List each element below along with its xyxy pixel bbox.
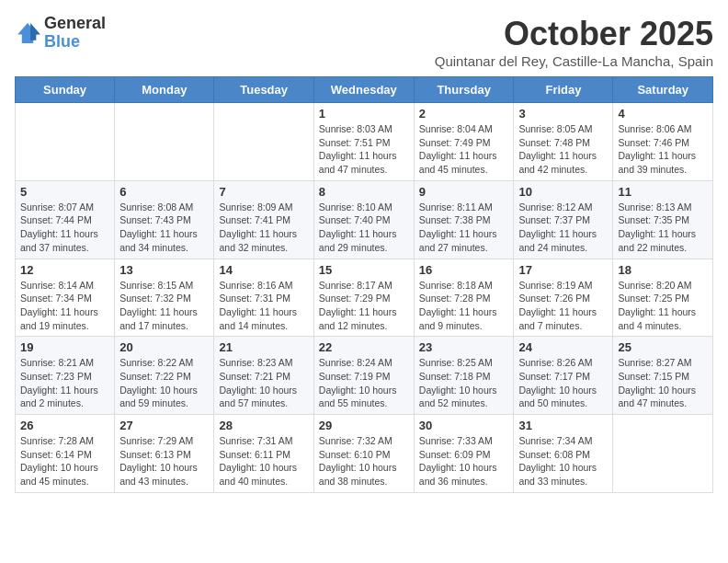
calendar-cell: 29Sunrise: 7:32 AMSunset: 6:10 PMDayligh… — [313, 415, 414, 493]
calendar-cell: 17Sunrise: 8:19 AMSunset: 7:26 PMDayligh… — [514, 259, 613, 337]
calendar-cell: 3Sunrise: 8:05 AMSunset: 7:48 PMDaylight… — [514, 103, 613, 181]
day-number: 5 — [20, 185, 109, 199]
calendar-week-row: 26Sunrise: 7:28 AMSunset: 6:14 PMDayligh… — [16, 415, 713, 493]
day-number: 7 — [219, 185, 308, 199]
weekday-header-saturday: Saturday — [613, 77, 713, 103]
calendar-cell — [613, 415, 713, 493]
calendar-cell: 18Sunrise: 8:20 AMSunset: 7:25 PMDayligh… — [613, 259, 713, 337]
calendar-cell: 23Sunrise: 8:25 AMSunset: 7:18 PMDayligh… — [414, 337, 514, 415]
day-info: Sunrise: 8:07 AMSunset: 7:44 PMDaylight:… — [20, 201, 109, 255]
calendar-cell: 5Sunrise: 8:07 AMSunset: 7:44 PMDaylight… — [16, 180, 115, 259]
day-info: Sunrise: 8:27 AMSunset: 7:15 PMDaylight:… — [618, 356, 708, 410]
day-info: Sunrise: 7:29 AMSunset: 6:13 PMDaylight:… — [119, 434, 209, 488]
day-info: Sunrise: 8:22 AMSunset: 7:22 PMDaylight:… — [119, 356, 209, 410]
day-number: 1 — [319, 107, 409, 121]
weekday-header-tuesday: Tuesday — [214, 77, 313, 103]
calendar-cell: 24Sunrise: 8:26 AMSunset: 7:17 PMDayligh… — [514, 337, 613, 415]
day-info: Sunrise: 8:03 AMSunset: 7:51 PMDaylight:… — [319, 122, 409, 177]
day-number: 27 — [119, 419, 209, 432]
day-number: 20 — [119, 340, 209, 354]
day-info: Sunrise: 8:25 AMSunset: 7:18 PMDaylight:… — [419, 356, 509, 410]
weekday-header-sunday: Sunday — [16, 77, 115, 103]
calendar-cell: 10Sunrise: 8:12 AMSunset: 7:37 PMDayligh… — [514, 180, 613, 259]
day-info: Sunrise: 8:21 AMSunset: 7:23 PMDaylight:… — [20, 356, 109, 410]
calendar-cell: 22Sunrise: 8:24 AMSunset: 7:19 PMDayligh… — [313, 337, 414, 415]
calendar-cell: 7Sunrise: 8:09 AMSunset: 7:41 PMDaylight… — [214, 180, 313, 259]
calendar-cell: 15Sunrise: 8:17 AMSunset: 7:29 PMDayligh… — [313, 259, 414, 337]
day-number: 22 — [319, 340, 409, 354]
calendar-cell: 13Sunrise: 8:15 AMSunset: 7:32 PMDayligh… — [115, 259, 214, 337]
day-number: 21 — [219, 340, 308, 354]
weekday-header-thursday: Thursday — [414, 77, 514, 103]
day-info: Sunrise: 8:08 AMSunset: 7:43 PMDaylight:… — [119, 201, 209, 255]
calendar-table: SundayMondayTuesdayWednesdayThursdayFrid… — [15, 76, 713, 493]
day-number: 6 — [119, 185, 209, 199]
day-info: Sunrise: 7:33 AMSunset: 6:09 PMDaylight:… — [419, 434, 509, 488]
calendar-cell: 16Sunrise: 8:18 AMSunset: 7:28 PMDayligh… — [414, 259, 514, 337]
day-info: Sunrise: 8:17 AMSunset: 7:29 PMDaylight:… — [319, 279, 409, 333]
calendar-cell: 6Sunrise: 8:08 AMSunset: 7:43 PMDaylight… — [115, 180, 214, 259]
calendar-week-row: 12Sunrise: 8:14 AMSunset: 7:34 PMDayligh… — [16, 259, 713, 337]
day-info: Sunrise: 7:28 AMSunset: 6:14 PMDaylight:… — [20, 434, 109, 488]
day-number: 23 — [419, 340, 509, 354]
day-info: Sunrise: 8:16 AMSunset: 7:31 PMDaylight:… — [219, 279, 308, 333]
calendar-cell: 4Sunrise: 8:06 AMSunset: 7:46 PMDaylight… — [613, 103, 713, 181]
day-number: 10 — [518, 185, 608, 199]
weekday-header-monday: Monday — [115, 77, 214, 103]
calendar-cell — [16, 103, 115, 181]
day-number: 18 — [618, 263, 708, 277]
day-info: Sunrise: 8:18 AMSunset: 7:28 PMDaylight:… — [419, 279, 509, 333]
logo-text: General Blue — [44, 15, 106, 52]
day-info: Sunrise: 8:10 AMSunset: 7:40 PMDaylight:… — [319, 201, 409, 255]
svg-marker-1 — [30, 23, 40, 40]
day-info: Sunrise: 7:32 AMSunset: 6:10 PMDaylight:… — [319, 434, 409, 488]
calendar-cell: 26Sunrise: 7:28 AMSunset: 6:14 PMDayligh… — [16, 415, 115, 493]
weekday-header-friday: Friday — [514, 77, 613, 103]
day-number: 25 — [618, 340, 708, 354]
weekday-header-wednesday: Wednesday — [313, 77, 414, 103]
calendar-cell: 2Sunrise: 8:04 AMSunset: 7:49 PMDaylight… — [414, 103, 514, 181]
day-info: Sunrise: 8:04 AMSunset: 7:49 PMDaylight:… — [419, 122, 509, 177]
day-info: Sunrise: 7:31 AMSunset: 6:11 PMDaylight:… — [219, 434, 308, 488]
logo-icon — [15, 20, 40, 46]
calendar-cell: 28Sunrise: 7:31 AMSunset: 6:11 PMDayligh… — [214, 415, 313, 493]
calendar-cell: 11Sunrise: 8:13 AMSunset: 7:35 PMDayligh… — [613, 180, 713, 259]
day-number: 26 — [20, 419, 109, 432]
day-info: Sunrise: 8:14 AMSunset: 7:34 PMDaylight:… — [20, 279, 109, 333]
day-info: Sunrise: 8:09 AMSunset: 7:41 PMDaylight:… — [219, 201, 308, 255]
day-info: Sunrise: 8:24 AMSunset: 7:19 PMDaylight:… — [319, 356, 409, 410]
day-number: 31 — [518, 419, 608, 432]
calendar-cell — [214, 103, 313, 181]
day-info: Sunrise: 8:06 AMSunset: 7:46 PMDaylight:… — [618, 122, 708, 177]
logo: General Blue — [15, 15, 106, 52]
weekday-header-row: SundayMondayTuesdayWednesdayThursdayFrid… — [16, 77, 713, 103]
calendar-week-row: 1Sunrise: 8:03 AMSunset: 7:51 PMDaylight… — [16, 103, 713, 181]
day-info: Sunrise: 8:11 AMSunset: 7:38 PMDaylight:… — [419, 201, 509, 255]
day-number: 16 — [419, 263, 509, 277]
calendar-cell: 21Sunrise: 8:23 AMSunset: 7:21 PMDayligh… — [214, 337, 313, 415]
calendar-cell: 30Sunrise: 7:33 AMSunset: 6:09 PMDayligh… — [414, 415, 514, 493]
page-header: General Blue October 2025 Quintanar del … — [15, 15, 713, 69]
day-number: 30 — [419, 419, 509, 432]
day-number: 2 — [419, 107, 509, 121]
calendar-cell: 27Sunrise: 7:29 AMSunset: 6:13 PMDayligh… — [115, 415, 214, 493]
day-number: 29 — [319, 419, 409, 432]
calendar-cell: 12Sunrise: 8:14 AMSunset: 7:34 PMDayligh… — [16, 259, 115, 337]
day-info: Sunrise: 8:15 AMSunset: 7:32 PMDaylight:… — [119, 279, 209, 333]
day-info: Sunrise: 8:19 AMSunset: 7:26 PMDaylight:… — [518, 279, 608, 333]
day-number: 3 — [518, 107, 608, 121]
day-info: Sunrise: 7:34 AMSunset: 6:08 PMDaylight:… — [518, 434, 608, 488]
calendar-cell — [115, 103, 214, 181]
logo-blue: Blue — [44, 33, 106, 52]
day-number: 24 — [518, 340, 608, 354]
calendar-cell: 19Sunrise: 8:21 AMSunset: 7:23 PMDayligh… — [16, 337, 115, 415]
day-info: Sunrise: 8:23 AMSunset: 7:21 PMDaylight:… — [219, 356, 308, 410]
calendar-cell: 9Sunrise: 8:11 AMSunset: 7:38 PMDaylight… — [414, 180, 514, 259]
title-block: October 2025 Quintanar del Rey, Castille… — [435, 15, 713, 69]
logo-general: General — [44, 15, 106, 33]
day-number: 4 — [618, 107, 708, 121]
calendar-cell: 20Sunrise: 8:22 AMSunset: 7:22 PMDayligh… — [115, 337, 214, 415]
day-number: 11 — [618, 185, 708, 199]
day-info: Sunrise: 8:20 AMSunset: 7:25 PMDaylight:… — [618, 279, 708, 333]
calendar-cell: 14Sunrise: 8:16 AMSunset: 7:31 PMDayligh… — [214, 259, 313, 337]
